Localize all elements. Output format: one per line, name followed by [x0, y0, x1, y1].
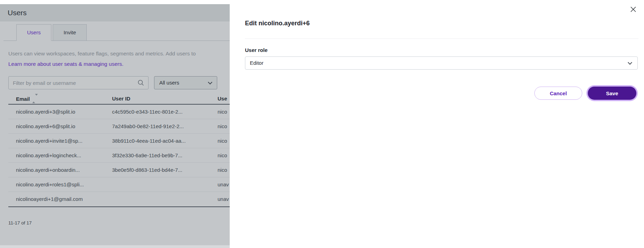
screen: Users Users Invite Users can view worksp…: [0, 0, 644, 248]
cancel-button[interactable]: Cancel: [534, 87, 582, 100]
close-button[interactable]: [628, 4, 638, 15]
user-role-label: User role: [245, 47, 268, 53]
panel-title: Edit nicolino.ayerdi+6: [245, 20, 310, 27]
page-bottom-strip: [0, 245, 230, 248]
x-icon: [629, 6, 637, 13]
save-button[interactable]: Save: [588, 87, 636, 100]
edit-user-panel: Edit nicolino.ayerdi+6 User role Editor …: [230, 0, 644, 248]
user-role-select[interactable]: Editor: [245, 56, 638, 70]
user-role-value: Editor: [250, 60, 263, 66]
chevron-down-icon: [628, 60, 632, 65]
panel-divider: [245, 38, 638, 39]
dim-overlay[interactable]: [0, 4, 230, 245]
